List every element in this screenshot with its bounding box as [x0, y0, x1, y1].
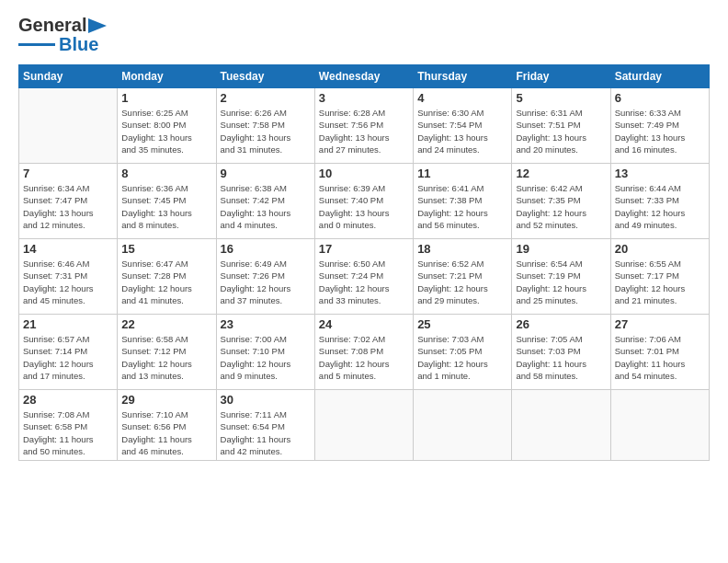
- day-number: 18: [417, 242, 507, 256]
- day-number: 4: [417, 91, 507, 105]
- weekday-header-row: SundayMondayTuesdayWednesdayThursdayFrid…: [19, 65, 710, 88]
- day-info: Sunrise: 6:26 AM Sunset: 7:58 PM Dayligh…: [221, 107, 311, 155]
- day-info: Sunrise: 6:30 AM Sunset: 7:54 PM Dayligh…: [417, 107, 507, 155]
- day-info: Sunrise: 6:52 AM Sunset: 7:21 PM Dayligh…: [417, 258, 507, 306]
- day-number: 6: [615, 91, 705, 105]
- day-info: Sunrise: 6:34 AM Sunset: 7:47 PM Dayligh…: [23, 182, 113, 231]
- day-info: Sunrise: 6:33 AM Sunset: 7:49 PM Dayligh…: [615, 107, 705, 155]
- calendar-cell: 28Sunrise: 7:08 AM Sunset: 6:58 PM Dayli…: [19, 390, 118, 461]
- day-number: 23: [221, 317, 311, 331]
- calendar-cell: 23Sunrise: 7:00 AM Sunset: 7:10 PM Dayli…: [216, 315, 314, 390]
- day-info: Sunrise: 6:36 AM Sunset: 7:45 PM Dayligh…: [121, 182, 211, 231]
- calendar-cell: 15Sunrise: 6:47 AM Sunset: 7:28 PM Dayli…: [118, 239, 216, 315]
- calendar-cell: 21Sunrise: 6:57 AM Sunset: 7:14 PM Dayli…: [19, 315, 118, 390]
- day-number: 17: [319, 242, 409, 256]
- calendar-cell: [610, 390, 709, 461]
- day-info: Sunrise: 7:08 AM Sunset: 6:58 PM Dayligh…: [23, 408, 113, 457]
- header: General Blue: [18, 15, 710, 55]
- day-info: Sunrise: 6:42 AM Sunset: 7:35 PM Dayligh…: [516, 182, 606, 231]
- day-info: Sunrise: 6:41 AM Sunset: 7:38 PM Dayligh…: [417, 182, 507, 231]
- weekday-header-thursday: Thursday: [414, 65, 512, 88]
- logo-arrow-icon: [88, 18, 107, 33]
- calendar-cell: 5Sunrise: 6:31 AM Sunset: 7:51 PM Daylig…: [512, 88, 610, 164]
- day-info: Sunrise: 6:54 AM Sunset: 7:19 PM Dayligh…: [516, 258, 606, 306]
- day-info: Sunrise: 6:50 AM Sunset: 7:24 PM Dayligh…: [319, 258, 409, 306]
- logo-underline: [18, 43, 55, 46]
- calendar-cell: 9Sunrise: 6:38 AM Sunset: 7:42 PM Daylig…: [216, 164, 314, 239]
- calendar-cell: 19Sunrise: 6:54 AM Sunset: 7:19 PM Dayli…: [512, 239, 610, 315]
- svg-marker-0: [88, 18, 107, 33]
- day-number: 5: [516, 91, 606, 105]
- day-number: 12: [516, 167, 606, 180]
- calendar-cell: 1Sunrise: 6:25 AM Sunset: 8:00 PM Daylig…: [118, 88, 216, 164]
- calendar-cell: 27Sunrise: 7:06 AM Sunset: 7:01 PM Dayli…: [610, 315, 709, 390]
- calendar-cell: 20Sunrise: 6:55 AM Sunset: 7:17 PM Dayli…: [610, 239, 709, 315]
- day-number: 30: [221, 393, 311, 407]
- day-number: 14: [23, 242, 113, 256]
- day-info: Sunrise: 7:10 AM Sunset: 6:56 PM Dayligh…: [121, 408, 211, 457]
- day-info: Sunrise: 6:47 AM Sunset: 7:28 PM Dayligh…: [121, 258, 211, 306]
- day-number: 7: [23, 167, 113, 180]
- day-info: Sunrise: 6:46 AM Sunset: 7:31 PM Dayligh…: [23, 258, 113, 306]
- day-number: 16: [221, 242, 311, 256]
- day-number: 15: [121, 242, 211, 256]
- logo: General Blue: [18, 15, 107, 55]
- calendar-cell: 10Sunrise: 6:39 AM Sunset: 7:40 PM Dayli…: [314, 164, 413, 239]
- day-info: Sunrise: 6:55 AM Sunset: 7:17 PM Dayligh…: [615, 258, 705, 306]
- calendar-cell: [314, 390, 413, 461]
- day-info: Sunrise: 6:57 AM Sunset: 7:14 PM Dayligh…: [23, 333, 113, 382]
- weekday-header-wednesday: Wednesday: [314, 65, 413, 88]
- calendar-cell: 26Sunrise: 7:05 AM Sunset: 7:03 PM Dayli…: [512, 315, 610, 390]
- calendar-cell: 17Sunrise: 6:50 AM Sunset: 7:24 PM Dayli…: [314, 239, 413, 315]
- weekday-header-saturday: Saturday: [610, 65, 709, 88]
- calendar-cell: 12Sunrise: 6:42 AM Sunset: 7:35 PM Dayli…: [512, 164, 610, 239]
- calendar-cell: 13Sunrise: 6:44 AM Sunset: 7:33 PM Dayli…: [610, 164, 709, 239]
- day-number: 2: [221, 91, 311, 105]
- day-number: 1: [121, 91, 211, 105]
- weekday-header-friday: Friday: [512, 65, 610, 88]
- week-row-1: 7Sunrise: 6:34 AM Sunset: 7:47 PM Daylig…: [19, 164, 710, 239]
- day-info: Sunrise: 6:39 AM Sunset: 7:40 PM Dayligh…: [319, 182, 409, 231]
- calendar-cell: 22Sunrise: 6:58 AM Sunset: 7:12 PM Dayli…: [118, 315, 216, 390]
- day-info: Sunrise: 6:49 AM Sunset: 7:26 PM Dayligh…: [221, 258, 311, 306]
- weekday-header-monday: Monday: [118, 65, 216, 88]
- calendar-cell: 4Sunrise: 6:30 AM Sunset: 7:54 PM Daylig…: [414, 88, 512, 164]
- day-number: 20: [615, 242, 705, 256]
- calendar-cell: 7Sunrise: 6:34 AM Sunset: 7:47 PM Daylig…: [19, 164, 118, 239]
- page: General Blue SundayMondayTuesdayWednesda…: [0, 0, 728, 563]
- weekday-header-tuesday: Tuesday: [216, 65, 314, 88]
- day-info: Sunrise: 6:25 AM Sunset: 8:00 PM Dayligh…: [121, 107, 211, 155]
- day-number: 28: [23, 393, 113, 407]
- calendar-cell: [19, 88, 118, 164]
- day-info: Sunrise: 7:03 AM Sunset: 7:05 PM Dayligh…: [417, 333, 507, 382]
- day-info: Sunrise: 7:00 AM Sunset: 7:10 PM Dayligh…: [221, 333, 311, 382]
- week-row-0: 1Sunrise: 6:25 AM Sunset: 8:00 PM Daylig…: [19, 88, 710, 164]
- day-number: 19: [516, 242, 606, 256]
- logo-blue: Blue: [59, 34, 98, 55]
- day-info: Sunrise: 7:02 AM Sunset: 7:08 PM Dayligh…: [319, 333, 409, 382]
- day-number: 9: [221, 167, 311, 180]
- day-info: Sunrise: 7:11 AM Sunset: 6:54 PM Dayligh…: [221, 408, 311, 457]
- day-info: Sunrise: 6:58 AM Sunset: 7:12 PM Dayligh…: [121, 333, 211, 382]
- day-number: 29: [121, 393, 211, 407]
- calendar-table: SundayMondayTuesdayWednesdayThursdayFrid…: [18, 64, 710, 461]
- day-info: Sunrise: 6:28 AM Sunset: 7:56 PM Dayligh…: [319, 107, 409, 155]
- weekday-header-sunday: Sunday: [19, 65, 118, 88]
- calendar-cell: 2Sunrise: 6:26 AM Sunset: 7:58 PM Daylig…: [216, 88, 314, 164]
- day-info: Sunrise: 6:38 AM Sunset: 7:42 PM Dayligh…: [221, 182, 311, 231]
- day-info: Sunrise: 7:06 AM Sunset: 7:01 PM Dayligh…: [615, 333, 705, 382]
- calendar-cell: 18Sunrise: 6:52 AM Sunset: 7:21 PM Dayli…: [414, 239, 512, 315]
- week-row-4: 28Sunrise: 7:08 AM Sunset: 6:58 PM Dayli…: [19, 390, 710, 461]
- day-number: 27: [615, 317, 705, 331]
- calendar-cell: 6Sunrise: 6:33 AM Sunset: 7:49 PM Daylig…: [610, 88, 709, 164]
- week-row-3: 21Sunrise: 6:57 AM Sunset: 7:14 PM Dayli…: [19, 315, 710, 390]
- day-number: 24: [319, 317, 409, 331]
- day-number: 22: [121, 317, 211, 331]
- day-info: Sunrise: 6:44 AM Sunset: 7:33 PM Dayligh…: [615, 182, 705, 231]
- calendar-cell: 25Sunrise: 7:03 AM Sunset: 7:05 PM Dayli…: [414, 315, 512, 390]
- calendar-cell: 24Sunrise: 7:02 AM Sunset: 7:08 PM Dayli…: [314, 315, 413, 390]
- day-number: 11: [417, 167, 507, 180]
- day-number: 26: [516, 317, 606, 331]
- calendar-cell: 29Sunrise: 7:10 AM Sunset: 6:56 PM Dayli…: [118, 390, 216, 461]
- day-info: Sunrise: 6:31 AM Sunset: 7:51 PM Dayligh…: [516, 107, 606, 155]
